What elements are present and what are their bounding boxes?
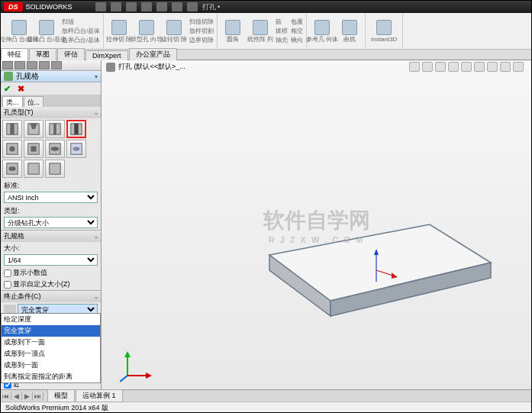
section-view-icon[interactable] [448,62,459,72]
hole-type-legacy[interactable] [24,140,44,158]
sweep-button[interactable]: 扫描 [62,18,100,26]
show-custom-size-checkbox[interactable]: 显示自定义大小(Z) [1,279,101,290]
hole-type-10[interactable] [24,160,44,178]
endcond-opt-0[interactable]: 给定深度 [2,314,100,325]
hole-wizard-button[interactable]: 异型孔 向导 [134,20,159,43]
pattern-button[interactable]: 线性阵 列 [248,20,272,43]
endcond-opt-2[interactable]: 成形到下一面 [2,337,100,348]
tab-office[interactable]: 办公室产品 [129,48,177,60]
instant3d-button[interactable]: Instant3D [369,20,399,43]
shell-button[interactable]: 抽壳 [276,36,288,44]
show-decimal-checkbox[interactable]: 显示小数值 [1,267,101,279]
tab-features[interactable]: 特征 [1,48,28,60]
qat-print-icon[interactable] [141,2,152,11]
cancel-button[interactable]: ✖ [18,84,28,93]
app-logo: DS [4,2,23,11]
endcond-opt-4[interactable]: 成形到一面 [2,360,100,371]
revolve-cut-button[interactable]: 旋转切 除 [162,20,186,43]
view-triad-icon[interactable] [120,345,158,383]
svg-rect-18 [28,163,39,174]
ribbon: 拉伸凸 台/基体 旋转凸 台/基体 扫描 放样凸台/基体 边界凸台/基体 拉伸切… [1,13,531,50]
svg-point-13 [51,147,60,150]
type-select[interactable]: 分级钻孔大小 [4,217,98,228]
endcond-opt-3[interactable]: 成形到一顶点 [2,348,100,360]
pm-icon-1[interactable] [2,61,13,69]
display-style-icon[interactable] [461,62,472,72]
qat-save-icon[interactable] [126,2,137,11]
svg-line-31 [120,376,127,382]
pm-icon-5[interactable] [51,61,62,69]
svg-marker-30 [146,373,152,379]
appearance-icon[interactable] [487,62,498,72]
endcond-opt-5[interactable]: 到离指定面指定的距离 [2,371,100,382]
size-select[interactable]: 1/64 [4,254,98,266]
hole-type-11[interactable] [45,160,65,178]
sheet-motion1[interactable]: 运动算例 1 [76,389,123,402]
pin-icon[interactable] [106,63,115,72]
endcond-dropdown[interactable]: 给定深度 完全贯穿 成形到下一面 成形到一顶点 成形到一面 到离指定面指定的距离 [1,313,101,383]
prev-view-icon[interactable] [435,62,446,72]
hole-type-slot[interactable] [2,160,22,178]
hole-type-straight-tap[interactable] [66,120,86,138]
zoom-area-icon[interactable] [422,62,433,72]
zoom-fit-icon[interactable] [409,62,420,72]
hole-type-counterbore-slot[interactable] [45,140,65,158]
wrap-button[interactable]: 包覆 [291,18,303,26]
status-text: SolidWorks Premium 2014 x64 版 [5,404,108,411]
hole-type-hole[interactable] [45,120,65,138]
holespec-header[interactable]: 孔规格⌵ [1,231,101,242]
graphics-viewport[interactable]: 打孔 (默认<<默认>_... 软件自学网 R J Z X W . C [102,60,531,389]
refgeom-button[interactable]: 参考几 何体 [310,20,334,43]
extrude-cut-button[interactable]: 拉伸切 除 [107,20,131,43]
tab-nav-last[interactable]: ⏭ [33,392,44,400]
qat-undo-icon[interactable] [156,2,167,11]
svg-rect-19 [50,163,60,174]
qat-redo-icon[interactable] [172,2,182,11]
tab-nav-next[interactable]: ▶ [22,392,33,400]
svg-rect-1 [10,124,14,134]
feature-title: 孔规格 ▾ [1,71,101,82]
rib-button[interactable]: 筋 [276,18,288,26]
fillet-button[interactable]: 圆角 [221,20,245,43]
boundary-button[interactable]: 边界凸台/基体 [62,36,100,44]
tab-dimxpert[interactable]: DimXpert [85,50,128,60]
hole-type-tapered-tap[interactable] [2,140,22,158]
hole-type-countersink[interactable] [24,120,44,138]
hole-type-counterbore[interactable] [2,120,22,138]
pm-icon-4[interactable] [39,61,50,69]
hole-type-countersink-slot[interactable] [66,140,86,158]
loft-cut-button[interactable]: 放样切割 [189,27,214,35]
revolve-boss-button[interactable]: 旋转凸 台/基体 [34,20,59,43]
scene-icon[interactable] [500,62,511,72]
qat-open-icon[interactable] [111,2,121,11]
hide-show-icon[interactable] [474,62,485,72]
intersect-button[interactable]: 相交 [291,27,303,35]
model-3d[interactable] [254,163,514,331]
qat-options-icon[interactable] [187,2,198,11]
qat-new-icon[interactable] [95,2,106,11]
boundary-cut-button[interactable]: 边界切除 [189,36,214,44]
svg-rect-7 [74,124,78,134]
pm-icon-2[interactable] [15,61,25,69]
standard-select[interactable]: ANSI Inch [4,192,98,203]
ok-button[interactable]: ✔ [4,84,15,93]
subtab-type[interactable]: 类... [2,96,23,107]
svg-rect-17 [9,166,16,170]
pm-icon-3[interactable] [27,61,37,69]
tab-evaluate[interactable]: 评估 [57,48,85,60]
sheet-model[interactable]: 模型 [47,389,75,402]
tab-sketch[interactable]: 草图 [29,48,56,60]
holetype-header[interactable]: 孔类型(T)⌵ [1,107,101,118]
tab-nav-first[interactable]: ⏮ [1,392,11,400]
tab-nav-prev[interactable]: ◀ [11,392,22,400]
mirror-button[interactable]: 镜向 [291,36,303,44]
view-settings-icon[interactable] [513,62,524,72]
draft-button[interactable]: 拔模 [276,27,288,35]
loft-button[interactable]: 放样凸台/基体 [62,27,100,35]
sweep-cut-button[interactable]: 扫描切除 [189,18,214,26]
endcond-opt-1[interactable]: 完全贯穿 [2,325,100,337]
subtab-position[interactable]: 位... [24,96,44,107]
breadcrumb[interactable]: 打孔 (默认<<默认>_... [118,62,185,72]
endcond-header[interactable]: 终止条件(C)⌵ [1,291,101,302]
curves-button[interactable]: 曲线 [337,20,362,43]
